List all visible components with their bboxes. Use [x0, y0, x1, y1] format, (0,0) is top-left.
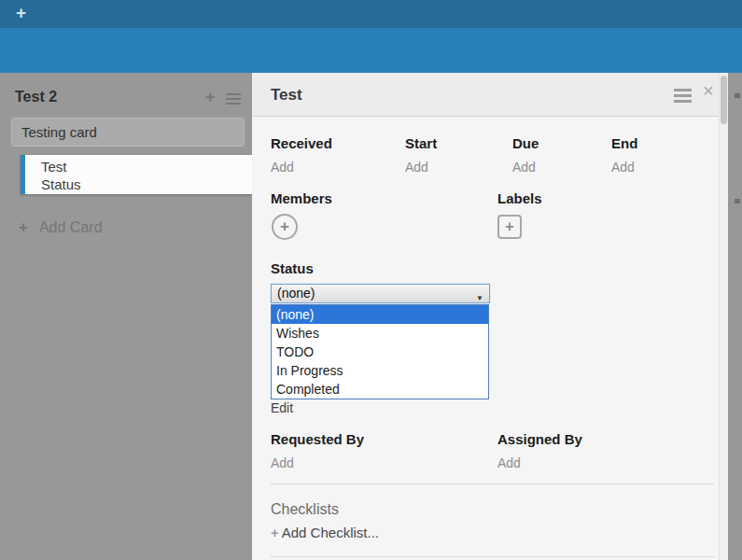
assigned-by-add-link[interactable]: Add [497, 455, 521, 470]
status-option-todo[interactable]: TODO [272, 343, 488, 361]
received-heading: Received [271, 135, 332, 151]
card-detail-header: Test × [252, 73, 728, 117]
labels-heading: Labels [497, 190, 542, 206]
due-add-link[interactable]: Add [512, 160, 536, 175]
received-add-link[interactable]: Add [271, 160, 294, 175]
add-card-label: Add Card [39, 219, 103, 235]
board-header-bar [0, 28, 742, 73]
card-detail-title: Test [271, 86, 302, 105]
panel-scrollbar-thumb[interactable] [721, 76, 727, 124]
close-icon[interactable]: × [703, 80, 714, 102]
requested-by-add-link[interactable]: Add [271, 455, 294, 470]
end-heading: End [611, 135, 637, 151]
hamburger-bar [226, 93, 241, 95]
status-option-completed[interactable]: Completed [272, 380, 488, 399]
status-option-none[interactable]: (none) [272, 305, 488, 324]
plus-icon: + [271, 525, 279, 540]
card-detail-panel: Test × Received Add Start Add Due Add En… [252, 73, 728, 560]
top-navigation-bar: + [0, 0, 742, 28]
status-heading: Status [271, 260, 314, 276]
card-testing-card[interactable]: Testing card [11, 118, 245, 147]
card-subtitle-line: Status [41, 175, 252, 193]
hamburger-bar [226, 98, 241, 100]
hamburger-bar [674, 94, 692, 97]
hamburger-bar [674, 89, 692, 91]
board-edge-mark [735, 199, 740, 203]
end-add-link[interactable]: Add [611, 160, 635, 175]
assigned-by-heading: Assigned By [497, 431, 582, 447]
start-add-link[interactable]: Add [405, 160, 428, 175]
start-heading: Start [405, 135, 437, 151]
requested-by-heading: Requested By [271, 431, 364, 447]
members-heading: Members [271, 190, 332, 206]
status-option-wishes[interactable]: Wishes [272, 324, 488, 343]
hamburger-bar [226, 103, 241, 105]
list-title: Test 2 [15, 89, 57, 105]
status-select-value: (none) [277, 286, 315, 301]
card-title-line: Test [41, 158, 252, 175]
card-test-selected[interactable]: Test Status [21, 155, 252, 194]
status-dropdown-list: (none) Wishes TODO In Progress Completed [271, 304, 489, 399]
add-board-icon[interactable]: + [16, 3, 26, 23]
app-screen: + Test 2 + Testing card Test Status +Add… [0, 0, 742, 560]
checklists-heading: Checklists [271, 501, 339, 518]
add-card-button[interactable]: +Add Card [19, 218, 103, 237]
add-checklist-button[interactable]: +Add Checklist... [271, 525, 379, 540]
section-divider [271, 483, 714, 484]
status-select[interactable]: (none) ▼ [271, 284, 490, 303]
status-option-in-progress[interactable]: In Progress [272, 361, 488, 380]
add-member-button[interactable]: + [272, 214, 298, 240]
add-label-button[interactable]: + [497, 215, 522, 239]
list-add-icon[interactable]: + [205, 88, 216, 107]
card-menu-icon[interactable] [674, 89, 692, 105]
board-edge-mark [735, 93, 740, 98]
status-edit-link[interactable]: Edit [271, 400, 293, 415]
hamburger-bar [674, 100, 692, 103]
panel-scrollbar-track [719, 73, 728, 560]
list-menu-icon[interactable] [226, 93, 241, 107]
plus-icon: + [19, 218, 28, 236]
due-heading: Due [512, 135, 539, 151]
add-checklist-label: Add Checklist... [282, 525, 379, 540]
section-divider [271, 556, 714, 557]
